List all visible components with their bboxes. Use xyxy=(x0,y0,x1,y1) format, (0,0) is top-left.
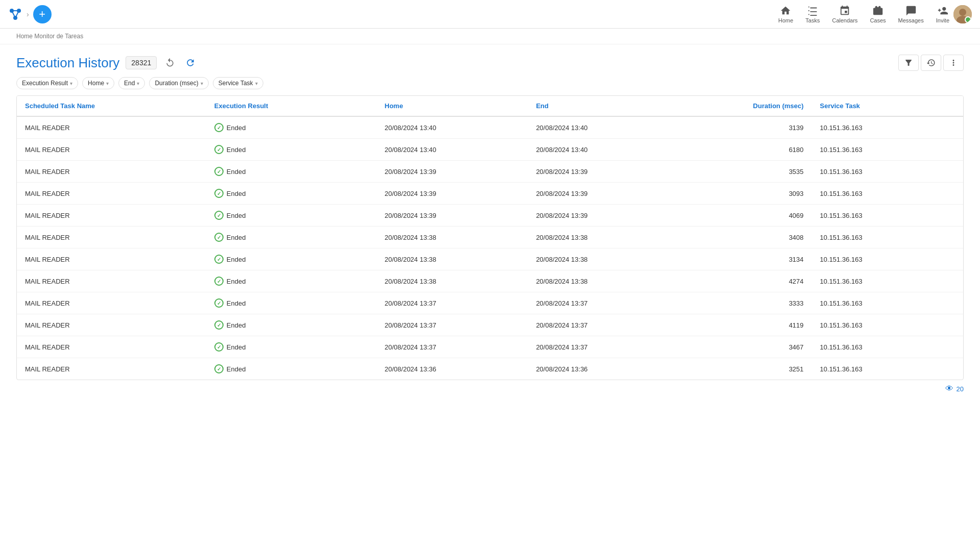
cell-service-task: 10.151.36.163 xyxy=(812,314,963,336)
cell-task-name: MAIL READER xyxy=(17,336,206,358)
count-badge: 28321 xyxy=(126,56,157,69)
cell-end: 20/08/2024 13:38 xyxy=(528,270,679,292)
cell-exec-result: Ended xyxy=(206,358,377,380)
table-row[interactable]: MAIL READEREnded20/08/2024 13:3720/08/20… xyxy=(17,314,963,336)
table-row[interactable]: MAIL READEREnded20/08/2024 13:3720/08/20… xyxy=(17,336,963,358)
avatar[interactable] xyxy=(953,5,972,23)
nav-item-invite[interactable]: Invite xyxy=(936,5,949,23)
cell-exec-result: Ended xyxy=(206,183,377,205)
cell-duration: 3251 xyxy=(679,358,812,380)
cell-task-name: MAIL READER xyxy=(17,292,206,314)
cell-service-task: 10.151.36.163 xyxy=(812,183,963,205)
history-action-button[interactable] xyxy=(921,55,941,71)
cell-duration: 3535 xyxy=(679,161,812,183)
cell-home: 20/08/2024 13:40 xyxy=(377,116,528,139)
cell-service-task: 10.151.36.163 xyxy=(812,139,963,161)
cell-exec-result: Ended xyxy=(206,248,377,270)
cell-duration: 3467 xyxy=(679,336,812,358)
cell-exec-result: Ended xyxy=(206,270,377,292)
filter-action-button[interactable] xyxy=(898,55,919,71)
cell-end: 20/08/2024 13:36 xyxy=(528,358,679,380)
nav-item-tasks[interactable]: Tasks xyxy=(805,5,820,23)
cell-task-name: MAIL READER xyxy=(17,116,206,139)
table-row[interactable]: MAIL READEREnded20/08/2024 13:3920/08/20… xyxy=(17,183,963,205)
cell-exec-result: Ended xyxy=(206,205,377,227)
cell-home: 20/08/2024 13:39 xyxy=(377,161,528,183)
cell-end: 20/08/2024 13:39 xyxy=(528,161,679,183)
col-execution-result: Execution Result xyxy=(206,96,377,116)
cell-duration: 4119 xyxy=(679,314,812,336)
svg-line-5 xyxy=(15,11,19,18)
cell-duration: 3134 xyxy=(679,248,812,270)
reset-button[interactable] xyxy=(163,56,177,70)
cell-home: 20/08/2024 13:38 xyxy=(377,227,528,248)
cell-home: 20/08/2024 13:39 xyxy=(377,205,528,227)
chevron-down-icon: ▾ xyxy=(201,81,203,86)
table-row[interactable]: MAIL READEREnded20/08/2024 13:3620/08/20… xyxy=(17,358,963,380)
cell-end: 20/08/2024 13:40 xyxy=(528,139,679,161)
table-row[interactable]: MAIL READEREnded20/08/2024 13:4020/08/20… xyxy=(17,116,963,139)
nav-item-calendars[interactable]: Calendars xyxy=(832,5,857,23)
cell-duration: 3139 xyxy=(679,116,812,139)
cell-end: 20/08/2024 13:37 xyxy=(528,336,679,358)
cell-duration: 4274 xyxy=(679,270,812,292)
nav-items: Home Tasks Calendars Cases Messages Invi… xyxy=(778,5,949,23)
svg-line-4 xyxy=(12,11,15,18)
app-logo[interactable] xyxy=(8,7,22,21)
cell-service-task: 10.151.36.163 xyxy=(812,116,963,139)
cell-duration: 3333 xyxy=(679,292,812,314)
cell-exec-result: Ended xyxy=(206,227,377,248)
cell-end: 20/08/2024 13:38 xyxy=(528,227,679,248)
cell-task-name: MAIL READER xyxy=(17,358,206,380)
page-title: Execution History xyxy=(16,55,119,71)
filter-execution-result[interactable]: Execution Result ▾ xyxy=(16,77,78,89)
cell-service-task: 10.151.36.163 xyxy=(812,358,963,380)
refresh-button[interactable] xyxy=(183,56,198,70)
table-row[interactable]: MAIL READEREnded20/08/2024 13:3820/08/20… xyxy=(17,248,963,270)
table-row[interactable]: MAIL READEREnded20/08/2024 13:3820/08/20… xyxy=(17,270,963,292)
add-button[interactable]: + xyxy=(33,5,52,23)
table-row[interactable]: MAIL READEREnded20/08/2024 13:3920/08/20… xyxy=(17,205,963,227)
table-row[interactable]: MAIL READEREnded20/08/2024 13:3920/08/20… xyxy=(17,161,963,183)
table-header-row: Scheduled Task Name Execution Result Hom… xyxy=(17,96,963,116)
nav-item-cases[interactable]: Cases xyxy=(870,5,886,23)
cell-task-name: MAIL READER xyxy=(17,161,206,183)
view-count: 20 xyxy=(957,385,964,393)
cell-end: 20/08/2024 13:37 xyxy=(528,314,679,336)
nav-item-messages[interactable]: Messages xyxy=(898,5,924,23)
cell-home: 20/08/2024 13:38 xyxy=(377,248,528,270)
execution-history-table: Scheduled Task Name Execution Result Hom… xyxy=(16,95,964,380)
cell-home: 20/08/2024 13:39 xyxy=(377,183,528,205)
col-home: Home xyxy=(377,96,528,116)
filter-duration[interactable]: Duration (msec) ▾ xyxy=(149,77,208,89)
cell-service-task: 10.151.36.163 xyxy=(812,270,963,292)
chevron-down-icon: ▾ xyxy=(70,81,72,86)
cell-duration: 6180 xyxy=(679,139,812,161)
cell-duration: 3093 xyxy=(679,183,812,205)
table-row[interactable]: MAIL READEREnded20/08/2024 13:4020/08/20… xyxy=(17,139,963,161)
nav-item-home[interactable]: Home xyxy=(778,5,793,23)
table-row[interactable]: MAIL READEREnded20/08/2024 13:3820/08/20… xyxy=(17,227,963,248)
cell-home: 20/08/2024 13:38 xyxy=(377,270,528,292)
cell-service-task: 10.151.36.163 xyxy=(812,336,963,358)
cell-service-task: 10.151.36.163 xyxy=(812,292,963,314)
cell-task-name: MAIL READER xyxy=(17,248,206,270)
cell-end: 20/08/2024 13:38 xyxy=(528,248,679,270)
cell-exec-result: Ended xyxy=(206,139,377,161)
cell-exec-result: Ended xyxy=(206,336,377,358)
cell-home: 20/08/2024 13:37 xyxy=(377,336,528,358)
cell-exec-result: Ended xyxy=(206,161,377,183)
cell-end: 20/08/2024 13:40 xyxy=(528,116,679,139)
filter-service-task[interactable]: Service Task ▾ xyxy=(213,77,263,89)
col-service-task: Service Task xyxy=(812,96,963,116)
filter-end[interactable]: End ▾ xyxy=(118,77,145,89)
cell-service-task: 10.151.36.163 xyxy=(812,205,963,227)
chevron-down-icon: ▾ xyxy=(255,81,258,86)
breadcrumb: Home Monitor de Tareas xyxy=(0,29,980,44)
nav-chevron-icon: › xyxy=(27,10,29,18)
top-navigation: › + Home Tasks Calendars Cases Messages xyxy=(0,0,980,29)
more-action-button[interactable] xyxy=(943,55,964,71)
filter-home[interactable]: Home ▾ xyxy=(82,77,114,89)
table-row[interactable]: MAIL READEREnded20/08/2024 13:3720/08/20… xyxy=(17,292,963,314)
cell-service-task: 10.151.36.163 xyxy=(812,227,963,248)
